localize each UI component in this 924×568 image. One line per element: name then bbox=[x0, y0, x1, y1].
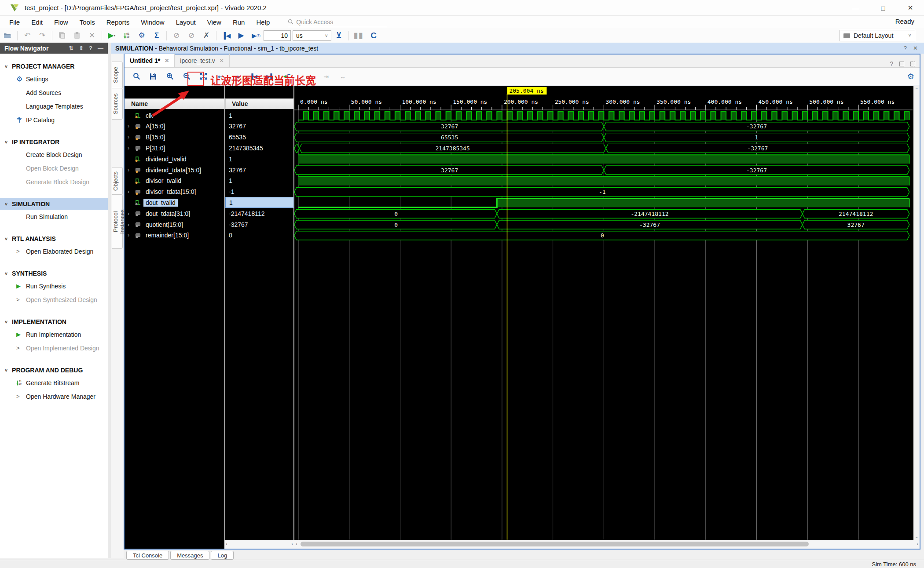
run-all-icon[interactable]: ▶ bbox=[235, 29, 248, 42]
signal-row-b-15-0[interactable]: › B[15:0] bbox=[125, 132, 224, 143]
delete-icon[interactable]: ✕ bbox=[85, 29, 99, 42]
signal-value-divisor-tdata-15-0[interactable]: -1 bbox=[225, 186, 293, 197]
find-icon[interactable] bbox=[130, 70, 143, 83]
expand-all-icon[interactable]: ⇕ bbox=[79, 45, 84, 51]
signal-value-divisor-tvalid[interactable]: 1 bbox=[225, 175, 293, 186]
flow-item-ip-catalog[interactable]: IP Catalog bbox=[0, 113, 108, 127]
waveform-plot-panel[interactable]: 0.000 ns50.000 ns100.000 ns150.000 ns200… bbox=[293, 86, 913, 540]
clear-breakpoints-icon[interactable]: ⊘ bbox=[185, 29, 198, 42]
redo-icon[interactable]: ↷ bbox=[36, 29, 49, 42]
side-tab-sources[interactable]: Sources bbox=[112, 88, 123, 120]
wave-hscrollbar[interactable]: ‹ › bbox=[294, 540, 920, 549]
signal-value-quotient-15-0[interactable]: -32767 bbox=[225, 219, 293, 230]
expand-chevron-icon[interactable]: › bbox=[128, 232, 135, 238]
menu-run[interactable]: Run bbox=[227, 17, 251, 27]
expand-chevron-icon[interactable]: › bbox=[128, 222, 135, 228]
expand-chevron-icon[interactable]: › bbox=[128, 123, 135, 129]
scroll-left-icon[interactable]: ‹ bbox=[226, 541, 227, 546]
doc-tab-untitled-1[interactable]: Untitled 1* ✕ bbox=[125, 54, 175, 67]
flow-section-title-synthesis[interactable]: ∨ SYNTHESIS bbox=[0, 268, 108, 279]
doc-tab-ipcore-test-v[interactable]: ipcore_test.v ✕ bbox=[175, 54, 229, 67]
signal-value-b-15-0[interactable]: 65535 bbox=[225, 132, 293, 143]
signal-row-clk[interactable]: clk bbox=[125, 110, 224, 121]
bottom-tab-messages[interactable]: Messages bbox=[170, 551, 209, 560]
signal-value-p-31-0[interactable]: 2147385345 bbox=[225, 142, 293, 153]
scroll-right-icon[interactable]: › bbox=[291, 541, 293, 546]
flow-item-settings[interactable]: ⚙Settings bbox=[0, 72, 108, 86]
flow-section-title-implementation[interactable]: ∨ IMPLEMENTATION bbox=[0, 316, 108, 328]
flow-item-language-templates[interactable]: Language Templates bbox=[0, 99, 108, 113]
expand-chevron-icon[interactable]: › bbox=[128, 145, 135, 151]
flow-item-open-elaborated-design[interactable]: >Open Elaborated Design bbox=[0, 244, 108, 258]
tab-help-icon[interactable]: ? bbox=[890, 60, 893, 67]
minimize-button[interactable]: — bbox=[842, 0, 869, 16]
delete-breakpoints-icon[interactable]: ✗ bbox=[200, 29, 213, 42]
undo-icon[interactable]: ↶ bbox=[21, 29, 34, 42]
settings-gear-icon[interactable]: ⚙ bbox=[135, 29, 148, 42]
header-close-icon[interactable]: ✕ bbox=[913, 45, 918, 51]
flow-item-open-hardware-manager[interactable]: >Open Hardware Manager bbox=[0, 390, 108, 403]
collapse-all-icon[interactable]: ⇅ bbox=[69, 45, 73, 51]
signal-value-dividend-tvalid[interactable]: 1 bbox=[225, 153, 293, 164]
flow-item-open-implemented-design[interactable]: >Open Implemented Design bbox=[0, 341, 108, 355]
paste-icon[interactable] bbox=[70, 29, 84, 42]
step-icon[interactable]: ⊻ bbox=[332, 29, 345, 42]
expand-chevron-icon[interactable]: › bbox=[128, 211, 135, 217]
swap-cursors-icon[interactable]: ↔ bbox=[336, 70, 349, 83]
signal-value-dout-tdata-31-0[interactable]: -2147418112 bbox=[225, 208, 293, 219]
value-column-header[interactable]: Value bbox=[225, 98, 293, 109]
signal-row-a-15-0[interactable]: › A[15:0] bbox=[125, 121, 224, 132]
signal-row-dividend-tvalid[interactable]: dividend_tvalid bbox=[125, 153, 224, 164]
flow-item-generate-block-design[interactable]: Generate Block Design bbox=[0, 175, 108, 189]
restart-simulation-icon[interactable]: ▐◀ bbox=[220, 29, 233, 42]
signal-value-remainder-15-0[interactable]: 0 bbox=[225, 230, 293, 241]
float-window-icon[interactable] bbox=[899, 62, 904, 66]
scroll-down-icon[interactable]: ⌄ bbox=[915, 534, 918, 539]
next-marker-icon[interactable]: ⇥ bbox=[319, 70, 333, 83]
signal-row-quotient-15-0[interactable]: › quotient[15:0] bbox=[125, 219, 224, 230]
flow-item-generate-bitstream[interactable]: 0110Generate Bitstream bbox=[0, 376, 108, 390]
signal-row-remainder-15-0[interactable]: › remainder[15:0] bbox=[125, 230, 224, 241]
signal-row-dout-tdata-31-0[interactable]: › dout_tdata[31:0] bbox=[125, 208, 224, 219]
scrollbar-thumb[interactable] bbox=[301, 542, 809, 546]
vertical-scrollbar[interactable]: ⌃ ⌄ bbox=[913, 86, 920, 540]
expand-chevron-icon[interactable]: › bbox=[128, 167, 135, 173]
bottom-tab-tcl-console[interactable]: Tcl Console bbox=[126, 551, 169, 560]
flow-item-run-synthesis[interactable]: ▶Run Synthesis bbox=[0, 279, 108, 293]
flow-item-add-sources[interactable]: Add Sources bbox=[0, 86, 108, 99]
maximize-window-icon[interactable] bbox=[910, 62, 915, 66]
flow-section-title-ip-integrator[interactable]: ∨ IP INTEGRATOR bbox=[0, 136, 108, 148]
name-column-header[interactable]: Name bbox=[125, 98, 224, 109]
flow-item-run-implementation[interactable]: ▶Run Implementation bbox=[0, 328, 108, 341]
breakpoint-icon[interactable]: ⊘ bbox=[170, 29, 183, 42]
copy-icon[interactable] bbox=[55, 29, 69, 42]
menu-file[interactable]: File bbox=[4, 17, 26, 27]
signal-value-clk[interactable]: 1 bbox=[225, 110, 293, 121]
run-icon[interactable]: ▶▾ bbox=[105, 29, 118, 42]
menu-flow[interactable]: Flow bbox=[48, 17, 74, 27]
expand-chevron-icon[interactable]: › bbox=[128, 189, 135, 195]
menu-help[interactable]: Help bbox=[250, 17, 275, 27]
sim-runtime-unit-select[interactable]: us˅ bbox=[293, 30, 331, 41]
side-tab-scope[interactable]: Scope bbox=[112, 62, 123, 89]
run-for-time-icon[interactable]: ▶(T) bbox=[249, 29, 263, 42]
sim-runtime-input[interactable] bbox=[264, 30, 291, 41]
signal-value-a-15-0[interactable]: 32767 bbox=[225, 121, 293, 132]
expand-chevron-icon[interactable]: › bbox=[128, 134, 135, 140]
bottom-tab-log[interactable]: Log bbox=[211, 551, 234, 560]
layout-selector[interactable]: Default Layout ˅ bbox=[840, 30, 915, 41]
flow-section-title-simulation[interactable]: ∨ SIMULATION bbox=[0, 198, 108, 210]
flow-item-open-block-design[interactable]: Open Block Design bbox=[0, 161, 108, 175]
generate-bitstream-icon[interactable]: 0110 bbox=[120, 29, 133, 42]
pause-icon[interactable]: ▮▮ bbox=[352, 29, 365, 42]
waveform-canvas[interactable]: 0.000 ns50.000 ns100.000 ns150.000 ns200… bbox=[294, 86, 913, 540]
scroll-up-icon[interactable]: ⌃ bbox=[915, 87, 918, 92]
panel-splitter[interactable] bbox=[108, 43, 111, 558]
save-icon[interactable] bbox=[147, 70, 160, 83]
zoom-in-icon[interactable] bbox=[163, 70, 176, 83]
menu-edit[interactable]: Edit bbox=[26, 17, 48, 27]
flow-section-title-project-manager[interactable]: ∨ PROJECT MANAGER bbox=[0, 61, 108, 72]
sigma-report-icon[interactable]: Σ bbox=[150, 29, 163, 42]
flow-section-title-rtl-analysis[interactable]: ∨ RTL ANALYSIS bbox=[0, 233, 108, 244]
signal-row-divisor-tdata-15-0[interactable]: › divisor_tdata[15:0] bbox=[125, 186, 224, 197]
